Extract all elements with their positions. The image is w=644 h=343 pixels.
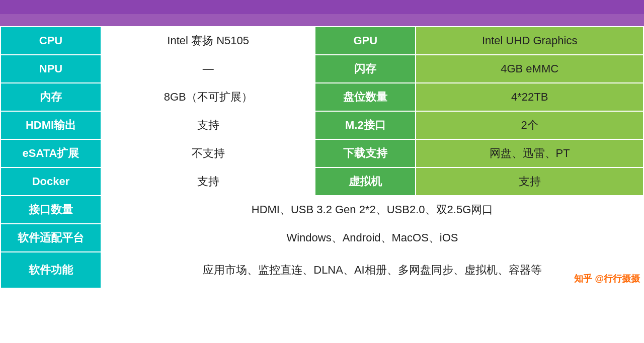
spec-value-right: Intel UHD Graphics [416, 27, 643, 55]
spec-label-right: 下载支持 [315, 139, 416, 167]
spec-label-left: eSATA扩展 [1, 139, 101, 167]
table-row: 软件适配平台Windows、Android、MacOS、iOS [1, 224, 643, 252]
specs-table: CPUIntel 赛扬 N5105GPUIntel UHD GraphicsNP… [0, 26, 644, 289]
spec-label-right: 盘位数量 [315, 83, 416, 111]
spec-label-full: 软件适配平台 [1, 224, 101, 252]
spec-value-left: — [101, 55, 315, 83]
spec-value-left: Intel 赛扬 N5105 [101, 27, 315, 55]
spec-value-left: 不支持 [101, 139, 315, 167]
spec-label-full: 软件功能 [1, 252, 101, 288]
spec-value-right: 2个 [416, 111, 643, 139]
table-row: 软件功能应用市场、监控直连、DLNA、AI相册、多网盘同步、虚拟机、容器等 [1, 252, 643, 288]
spec-value-left: 支持 [101, 111, 315, 139]
spec-label-left: CPU [1, 27, 101, 55]
title-row [0, 0, 644, 14]
table-row: HDMI输出支持M.2接口2个 [1, 111, 643, 139]
spec-value-right: 4*22TB [416, 83, 643, 111]
price-row [0, 14, 644, 26]
spec-value-full: HDMI、USB 3.2 Gen 2*2、USB2.0、双2.5G网口 [101, 196, 643, 224]
spec-value-full: Windows、Android、MacOS、iOS [101, 224, 643, 252]
spec-value-right: 网盘、迅雷、PT [416, 139, 643, 167]
table-row: 内存8GB（不可扩展）盘位数量4*22TB [1, 83, 643, 111]
spec-value-left: 8GB（不可扩展） [101, 83, 315, 111]
table-row: eSATA扩展不支持下载支持网盘、迅雷、PT [1, 139, 643, 167]
spec-label-left: Docker [1, 167, 101, 196]
spec-label-right: 虚拟机 [315, 167, 416, 196]
table-row: 接口数量HDMI、USB 3.2 Gen 2*2、USB2.0、双2.5G网口 [1, 196, 643, 224]
spec-label-left: 内存 [1, 83, 101, 111]
spec-label-right: GPU [315, 27, 416, 55]
spec-label-left: HDMI输出 [1, 111, 101, 139]
spec-label-full: 接口数量 [1, 196, 101, 224]
spec-label-right: M.2接口 [315, 111, 416, 139]
table-row: CPUIntel 赛扬 N5105GPUIntel UHD Graphics [1, 27, 643, 55]
spec-value-full: 应用市场、监控直连、DLNA、AI相册、多网盘同步、虚拟机、容器等 [101, 252, 643, 288]
table-row: Docker支持虚拟机支持 [1, 167, 643, 196]
spec-label-left: NPU [1, 55, 101, 83]
table-wrapper: CPUIntel 赛扬 N5105GPUIntel UHD GraphicsNP… [0, 26, 644, 289]
spec-value-right: 4GB eMMC [416, 55, 643, 83]
main-container: CPUIntel 赛扬 N5105GPUIntel UHD GraphicsNP… [0, 0, 644, 289]
spec-label-right: 闪存 [315, 55, 416, 83]
spec-value-right: 支持 [416, 167, 643, 196]
spec-value-left: 支持 [101, 167, 315, 196]
table-row: NPU—闪存4GB eMMC [1, 55, 643, 83]
